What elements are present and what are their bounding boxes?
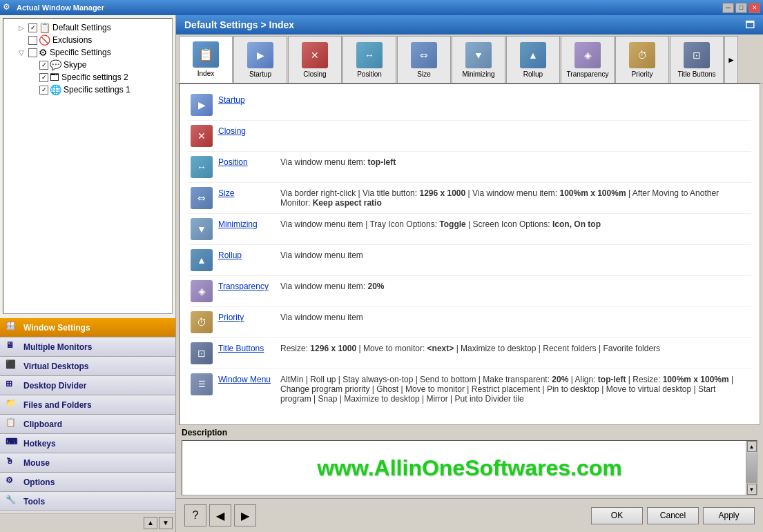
- virtual-desktops-icon: ⬛: [6, 359, 19, 373]
- size-link[interactable]: Size: [218, 187, 280, 198]
- sidebar-item-mouse[interactable]: 🖱 Mouse: [0, 453, 175, 473]
- tab-startup-label: Startup: [249, 70, 271, 78]
- tab-closing[interactable]: ✕ Closing: [288, 36, 342, 83]
- sidebar-item-options[interactable]: ⚙ Options: [0, 473, 175, 492]
- tab-rollup[interactable]: ▲ Rollup: [506, 36, 560, 83]
- priority-link[interactable]: Priority: [218, 311, 280, 322]
- tree-label-specific2: Specific settings 2: [61, 72, 128, 82]
- tree-item-exclusions[interactable]: 🚫 Exclusions: [6, 34, 169, 46]
- tree-item-default-settings[interactable]: ▷ 📋 Default Settings: [6, 21, 169, 34]
- minimizing-desc: Via window menu item | Tray Icon Options…: [280, 218, 748, 229]
- sidebar-scroll-up[interactable]: ▲: [144, 517, 157, 529]
- tab-closing-label: Closing: [303, 70, 326, 78]
- sidebar-item-virtual-desktops[interactable]: ⬛ Virtual Desktops: [0, 357, 175, 376]
- sidebar-item-multiple-monitors[interactable]: 🖥 Multiple Monitors: [0, 337, 175, 357]
- sidebar-scroll-down[interactable]: ▼: [159, 517, 173, 529]
- checkbox-default[interactable]: [28, 23, 37, 32]
- minimizing-tab-icon: ▼: [465, 42, 492, 68]
- tab-title-buttons[interactable]: ⊡ Title Buttons: [670, 36, 724, 83]
- help-button[interactable]: ?: [184, 504, 206, 526]
- tree-label-exclusions: Exclusions: [52, 35, 92, 45]
- title-buttons-link[interactable]: Title Buttons: [218, 342, 280, 353]
- tab-index[interactable]: 📋 Index: [179, 36, 233, 83]
- sidebar-item-clipboard[interactable]: 📋 Clipboard: [0, 415, 175, 434]
- ok-button[interactable]: OK: [591, 507, 643, 524]
- closing-tab-icon: ✕: [302, 42, 328, 68]
- checkbox-specific1[interactable]: [39, 86, 48, 95]
- tab-more-button[interactable]: ►: [724, 36, 738, 83]
- settings-row-startup: ▶ Startup: [188, 90, 751, 121]
- settings-tree[interactable]: ▷ 📋 Default Settings 🚫 Exclusions ▽ ⚙ Sp…: [3, 18, 173, 314]
- sidebar-item-hotkeys[interactable]: ⌨ Hotkeys: [0, 434, 175, 453]
- minimizing-row-icon: ▼: [191, 218, 213, 240]
- tree-item-specific1[interactable]: 🌐 Specific settings 1: [6, 83, 169, 96]
- settings-row-priority: ⏱ Priority Via window menu item: [188, 307, 751, 338]
- forward-button[interactable]: ▶: [234, 504, 256, 526]
- sidebar-item-files-and-folders[interactable]: 📁 Files and Folders: [0, 395, 175, 415]
- main-container: ▷ 📋 Default Settings 🚫 Exclusions ▽ ⚙ Sp…: [0, 15, 763, 532]
- checkbox-skype[interactable]: [39, 61, 48, 70]
- title-bar: ⚙ Actual Window Manager ─ □ ✕: [0, 0, 763, 15]
- tab-startup[interactable]: ▶ Startup: [233, 36, 287, 83]
- settings-row-window-menu: ☰ Window Menu AltMin | Roll up | Stay al…: [188, 369, 751, 408]
- restore-button[interactable]: □: [735, 3, 747, 13]
- checkbox-specific[interactable]: [28, 48, 37, 57]
- tab-transparency[interactable]: ◈ Transparency: [561, 36, 615, 83]
- tab-size-label: Size: [417, 70, 430, 78]
- priority-row-icon: ⏱: [191, 311, 213, 333]
- transparency-row-icon: ◈: [191, 280, 213, 302]
- nav-label-desktop-divider: Desktop Divider: [23, 381, 86, 391]
- startup-row-icon: ▶: [191, 94, 213, 116]
- position-row-icon: ↔: [191, 156, 213, 178]
- page-title: Default Settings > Index: [184, 19, 294, 30]
- tab-priority[interactable]: ⏱ Priority: [615, 36, 669, 83]
- back-button[interactable]: ◀: [209, 504, 231, 526]
- position-link[interactable]: Position: [218, 156, 280, 167]
- title-buttons-desc: Resize: 1296 x 1000 | Move to monitor: <…: [280, 342, 748, 353]
- tab-position-label: Position: [357, 70, 382, 78]
- title-buttons-row-icon: ⊡: [191, 342, 213, 364]
- size-tab-icon: ⇔: [411, 42, 437, 68]
- checkbox-exclusions[interactable]: [28, 36, 37, 45]
- rollup-tab-icon: ▲: [520, 42, 546, 68]
- minimize-button[interactable]: ─: [722, 3, 734, 13]
- tab-transparency-label: Transparency: [567, 70, 609, 78]
- tab-size[interactable]: ⇔ Size: [397, 36, 451, 83]
- tabs-bar: 📋 Index ▶ Startup ✕ Closing ↔ Position ⇔…: [176, 35, 763, 83]
- cancel-button[interactable]: Cancel: [647, 507, 699, 524]
- closing-link[interactable]: Closing: [218, 125, 280, 136]
- sidebar-item-tools[interactable]: 🔧 Tools: [0, 492, 175, 511]
- sidebar-item-desktop-divider[interactable]: ⊞ Desktop Divider: [0, 376, 175, 395]
- watermark-text: www.AllinOneSoftwares.com: [317, 455, 622, 481]
- startup-tab-icon: ▶: [247, 42, 273, 68]
- tree-item-specific2[interactable]: 🗔 Specific settings 2: [6, 71, 169, 83]
- tab-position[interactable]: ↔ Position: [342, 36, 396, 83]
- header-icon: 🗔: [745, 19, 755, 30]
- nav-label-window-settings: Window Settings: [23, 323, 90, 333]
- rollup-link[interactable]: Rollup: [218, 249, 280, 260]
- startup-link[interactable]: Startup: [218, 94, 280, 105]
- minimizing-link[interactable]: Minimizing: [218, 218, 280, 229]
- checkbox-specific2[interactable]: [39, 73, 48, 82]
- apply-button[interactable]: Apply: [703, 507, 755, 524]
- title-buttons-tab-icon: ⊡: [684, 42, 710, 68]
- tree-label-skype: Skype: [64, 60, 86, 70]
- tree-label-specific-settings: Specific Settings: [50, 48, 111, 57]
- window-menu-link[interactable]: Window Menu: [218, 373, 280, 384]
- desc-scroll-down-button[interactable]: ▼: [747, 484, 757, 495]
- sidebar-item-window-settings[interactable]: 🪟 Window Settings: [0, 318, 175, 337]
- tab-minimizing[interactable]: ▼ Minimizing: [452, 36, 505, 83]
- nav-label-mouse: Mouse: [23, 458, 50, 468]
- transparency-desc: Via window menu item: 20%: [280, 280, 748, 291]
- sidebar: ▷ 📋 Default Settings 🚫 Exclusions ▽ ⚙ Sp…: [0, 15, 176, 532]
- settings-row-size: ⇔ Size Via border right-click | Via titl…: [188, 183, 751, 214]
- files-folders-icon: 📁: [6, 398, 19, 412]
- desc-scroll-up-button[interactable]: ▲: [747, 441, 757, 452]
- transparency-link[interactable]: Transparency: [218, 280, 280, 291]
- tree-label-specific1: Specific settings 1: [64, 85, 131, 95]
- settings-row-position: ↔ Position Via window menu item: top-lef…: [188, 152, 751, 183]
- close-button[interactable]: ✕: [748, 3, 760, 13]
- tree-item-skype[interactable]: 💬 Skype: [6, 59, 169, 71]
- tree-item-specific-settings[interactable]: ▽ ⚙ Specific Settings: [6, 46, 169, 59]
- nav-label-clipboard: Clipboard: [23, 420, 62, 429]
